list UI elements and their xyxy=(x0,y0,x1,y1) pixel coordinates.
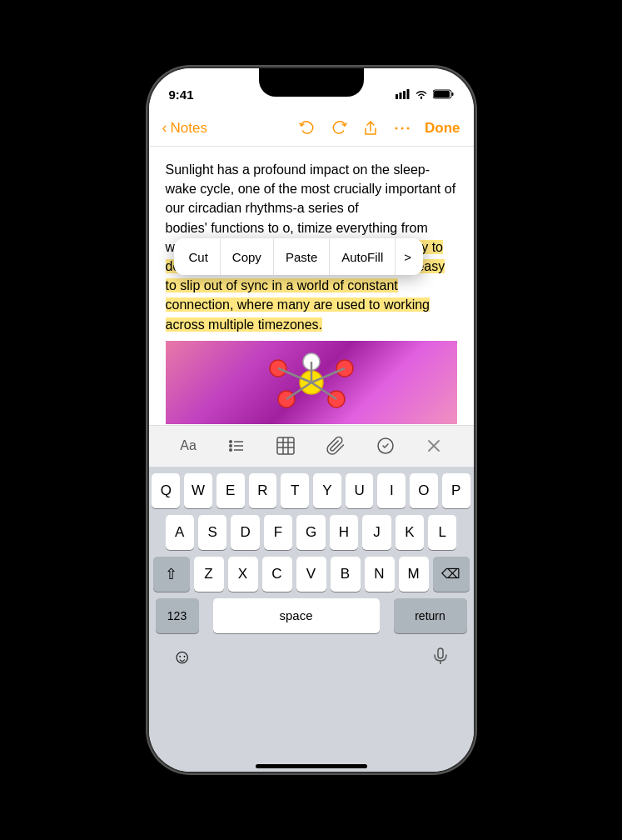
content-area: Sunlight has a profound impact on the sl… xyxy=(149,147,474,425)
key-n[interactable]: N xyxy=(365,557,395,592)
keyboard-emoji-row: ☺ xyxy=(152,637,470,673)
list-icon[interactable] xyxy=(226,436,246,456)
home-indicator xyxy=(256,764,367,768)
key-h[interactable]: H xyxy=(330,515,358,550)
svg-rect-35 xyxy=(438,648,443,658)
copy-button[interactable]: Copy xyxy=(221,238,274,275)
svg-point-21 xyxy=(229,440,232,443)
molecule-image xyxy=(166,341,457,424)
svg-point-23 xyxy=(229,448,232,452)
svg-rect-1 xyxy=(399,92,401,99)
done-button[interactable]: Done xyxy=(425,120,460,137)
key-j[interactable]: J xyxy=(362,515,391,550)
key-y[interactable]: Y xyxy=(313,473,341,508)
molecule-svg xyxy=(245,345,378,420)
home-indicator-area xyxy=(149,758,474,772)
emoji-key[interactable]: ☺ xyxy=(172,645,193,668)
keyboard-row-2: A S D F G H J K L xyxy=(152,515,470,550)
keyboard-row-3: ⇧ Z X C V B N M ⌫ xyxy=(152,557,470,592)
keyboard: Q W E R T Y U I O P A S D F G H J K xyxy=(149,467,474,758)
battery-icon xyxy=(433,89,454,99)
cut-button[interactable]: Cut xyxy=(177,238,221,275)
key-f[interactable]: F xyxy=(264,515,292,550)
markup-icon[interactable] xyxy=(376,436,396,456)
back-arrow-icon[interactable]: ‹ xyxy=(162,119,167,137)
status-time: 9:41 xyxy=(169,88,194,102)
autofill-button[interactable]: AutoFill xyxy=(330,238,396,275)
key-i[interactable]: I xyxy=(377,473,406,508)
svg-rect-2 xyxy=(403,91,406,99)
key-e[interactable]: E xyxy=(216,473,245,508)
more-icon[interactable] xyxy=(393,119,411,138)
key-p[interactable]: P xyxy=(442,473,470,508)
dictation-icon[interactable] xyxy=(430,647,450,667)
key-k[interactable]: K xyxy=(396,515,424,550)
numbers-key[interactable]: 123 xyxy=(156,598,199,633)
svg-point-7 xyxy=(396,127,398,129)
table-icon[interactable] xyxy=(276,436,296,456)
nav-right: Done xyxy=(298,119,460,138)
callout-text: יש להזיז את ידיות האחיזה כדי להתאים את ה… xyxy=(157,422,252,425)
share-icon[interactable] xyxy=(361,119,380,138)
svg-point-22 xyxy=(229,444,232,448)
delete-key[interactable]: ⌫ xyxy=(433,557,470,592)
key-g[interactable]: G xyxy=(296,515,325,550)
svg-point-9 xyxy=(407,127,410,129)
note-text-before: Sunlight has a profound impact on the sl… xyxy=(166,162,456,215)
svg-rect-3 xyxy=(406,89,409,99)
key-b[interactable]: B xyxy=(331,557,361,592)
key-r[interactable]: R xyxy=(249,473,277,508)
paste-button[interactable]: Paste xyxy=(274,238,330,275)
format-text-icon[interactable]: Aa xyxy=(180,438,197,453)
key-o[interactable]: O xyxy=(410,473,438,508)
callout-line1: יש להזיז את ידיות xyxy=(157,422,252,425)
wifi-icon xyxy=(415,89,428,99)
key-w[interactable]: W xyxy=(184,473,212,508)
status-icons xyxy=(396,89,454,99)
svg-rect-6 xyxy=(451,92,453,96)
keyboard-row-1: Q W E R T Y U I O P xyxy=(152,473,470,508)
callout-annotation: יש להזיז את ידיות האחיזה כדי להתאים את ה… xyxy=(157,422,306,425)
key-q[interactable]: Q xyxy=(152,473,180,508)
context-menu: Cut Copy Paste AutoFill > xyxy=(174,238,424,275)
notch xyxy=(259,68,364,97)
key-d[interactable]: D xyxy=(231,515,259,550)
undo-icon[interactable] xyxy=(298,119,316,138)
close-toolbar-icon[interactable] xyxy=(425,438,442,454)
attachment-icon[interactable] xyxy=(326,436,346,456)
nav-back-label[interactable]: Notes xyxy=(171,120,207,137)
key-m[interactable]: M xyxy=(399,557,429,592)
shift-key[interactable]: ⇧ xyxy=(153,557,190,592)
key-s[interactable]: S xyxy=(198,515,226,550)
status-bar: 9:41 xyxy=(149,68,474,110)
key-x[interactable]: X xyxy=(228,557,258,592)
space-key[interactable]: space xyxy=(213,598,380,633)
return-key[interactable]: return xyxy=(394,598,467,633)
more-options-button[interactable]: > xyxy=(396,238,420,275)
nav-bar: ‹ Notes xyxy=(149,110,474,147)
key-v[interactable]: V xyxy=(296,557,326,592)
key-t[interactable]: T xyxy=(281,473,309,508)
svg-rect-27 xyxy=(277,438,294,454)
scrollable-content: Cut Copy Paste AutoFill > Sunlight has a… xyxy=(149,147,474,425)
key-c[interactable]: C xyxy=(262,557,292,592)
key-l[interactable]: L xyxy=(428,515,456,550)
key-z[interactable]: Z xyxy=(194,557,224,592)
key-u[interactable]: U xyxy=(346,473,374,508)
svg-point-8 xyxy=(401,127,404,129)
keyboard-row-4: 123 space return xyxy=(152,598,470,633)
key-a[interactable]: A xyxy=(166,515,194,550)
svg-rect-5 xyxy=(434,91,450,98)
svg-rect-0 xyxy=(396,94,398,99)
formatting-toolbar: Aa xyxy=(149,425,474,467)
signal-icon xyxy=(396,89,410,99)
nav-left[interactable]: ‹ Notes xyxy=(162,119,207,137)
redo-icon[interactable] xyxy=(330,119,348,138)
